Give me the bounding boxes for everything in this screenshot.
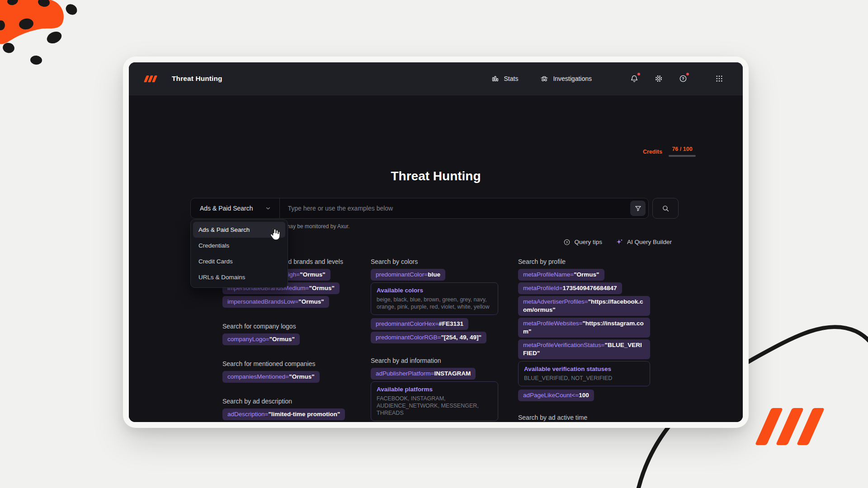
search-button[interactable] [652,198,679,219]
topbar-icon-cluster: ? [615,73,725,84]
section-header: Search by ad active time [518,414,650,421]
help-icon: ? [679,74,688,83]
query-chip[interactable]: metaProfileName="Ormus" [518,269,604,281]
threat-hunting-app: Threat Hunting Stats Investiga [129,62,743,422]
settings-button[interactable] [653,73,664,84]
svg-text:?: ? [682,76,684,81]
section-ad-active-time: Search by ad active time adStartDate>YYY… [518,414,650,422]
query-chip[interactable]: impersonatedBrandsLow="Ormus" [222,296,329,308]
query-chip[interactable]: adPublisherPlatform=INSTAGRAM [371,368,476,380]
notifications-button[interactable] [629,73,640,84]
available-verification-statuses-box: Available verification statuses BLUE_VER… [518,361,650,386]
section-colors: Search by colors predominantColor=blue A… [371,258,498,343]
grid-menu-icon [715,75,723,83]
axur-logo-icon[interactable] [145,75,157,82]
query-tips-label: Query tips [574,239,602,245]
credits-widget: Credits 76 / 100 [643,146,696,157]
query-chip[interactable]: predominantColor=blue [371,269,445,281]
filter-button[interactable] [630,201,646,216]
query-chip[interactable]: predominantColorHex=#FE3131 [371,318,468,330]
topbar: Threat Hunting Stats Investiga [129,62,743,95]
section-header: Search by ad description [222,398,358,405]
dropdown-item-urls-domains[interactable]: URLs & Domains [193,269,285,285]
main-content: Credits 76 / 100 Threat Hunting Ads & Pa… [129,95,743,422]
examples-column-3: Search by profile metaProfileName="Ormus… [518,258,650,422]
helper-links: ? Query tips AI Query Builder [550,238,672,246]
ai-query-builder-label: AI Query Builder [627,239,672,245]
info-box-title: Available platforms [377,386,492,393]
dropdown-item-credit-cards[interactable]: Credit Cards [193,253,285,269]
query-chip[interactable]: adDescription="limited-time promotion" [222,408,345,420]
help-badge [686,73,689,75]
app-window: Threat Hunting Stats Investiga [123,56,749,428]
nav-stats-label: Stats [504,75,518,82]
query-chip[interactable]: metaAdvertiserProfiles="https://facebook… [518,296,650,316]
section-company-logos: Search for company logos companyLogo="Or… [222,323,358,345]
nav-investigations-label: Investigations [553,75,592,82]
category-select[interactable]: Ads & Paid Search [191,198,279,218]
section-header: Search for mentioned companies [222,360,358,367]
section-header: Search by profile [518,258,650,265]
info-box-title: Available verification statuses [524,366,644,372]
section-mentioned-companies: Search for mentioned companies companies… [222,360,358,383]
section-header: Search by ad information [371,357,498,364]
credits-label: Credits [643,149,662,155]
section-header: Search for company logos [222,323,358,330]
query-tips-link[interactable]: ? Query tips [563,239,602,246]
query-chip[interactable]: adPageLikeCount<=100 [518,389,594,401]
section-profile: Search by profile metaProfileName="Ormus… [518,258,650,401]
sparkles-icon [616,238,623,246]
question-circle-icon: ? [563,239,571,246]
app-title: Threat Hunting [172,75,222,83]
hand-pointer-cursor [267,226,282,241]
orange-slashes-decoration [763,408,826,445]
nav-stats[interactable]: Stats [491,75,518,83]
apps-menu-button[interactable] [714,73,725,84]
info-box-title: Available colors [377,287,492,294]
filter-icon [634,205,642,212]
search-row: Ads & Paid Search [190,198,679,219]
gear-icon [654,74,663,83]
credits-value: 76 / 100 [672,146,692,152]
query-chip[interactable]: metaProfileVerificationStatus="BLUE_VERI… [518,339,650,359]
stats-icon [491,75,500,83]
available-colors-box: Available colors beige, black, blue, bro… [371,282,498,315]
search-input[interactable] [280,198,630,218]
query-chip[interactable]: metaProfileId=1735409476684847 [518,282,622,294]
examples-column-2: Search by colors predominantColor=blue A… [371,258,498,422]
svg-text:?: ? [566,240,568,244]
info-box-body: FACEBOOK, INSTAGRAM, AUDIENCE_NETWORK, M… [377,395,492,417]
section-ad-description: Search by ad description adDescription="… [222,398,358,420]
notification-badge [637,73,640,75]
info-box-body: BLUE_VERIFIED, NOT_VERIFIED [524,375,644,382]
category-select-value: Ads & Paid Search [200,205,253,212]
investigations-icon [540,74,549,83]
ai-query-builder-link[interactable]: AI Query Builder [616,238,672,246]
query-chip[interactable]: companiesMentioned="Ormus" [222,371,320,383]
credits-progress [669,155,696,157]
chevron-down-icon [265,205,271,211]
page-title: Threat Hunting [129,169,743,183]
orange-blob-decoration [0,0,104,86]
query-chip[interactable]: predominantColorRGB="[254, 49, 49]" [371,332,486,343]
section-ad-information: Search by ad information adPublisherPlat… [371,357,498,422]
query-chip[interactable]: metaProfileWebsites="https://instagram.c… [518,318,650,338]
available-platforms-box: Available platforms FACEBOOK, INSTAGRAM,… [371,381,498,421]
search-bar: Ads & Paid Search [190,198,649,219]
bell-icon [630,74,639,83]
section-header: Search by colors [371,258,498,265]
query-chip[interactable]: companyLogo="Ormus" [222,333,300,345]
help-button[interactable]: ? [678,73,689,84]
search-icon [661,204,670,213]
nav-investigations[interactable]: Investigations [540,74,592,83]
info-box-body: beige, black, blue, brown, green, grey, … [377,296,492,310]
